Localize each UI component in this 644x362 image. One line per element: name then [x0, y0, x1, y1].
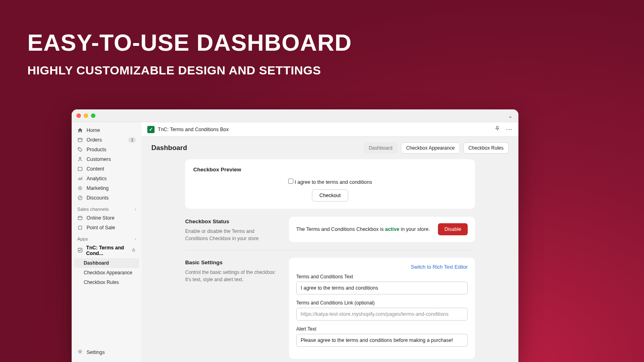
window-titlebar: ⌄ — [72, 109, 518, 122]
sales-channels-header[interactable]: Sales channels› — [72, 203, 142, 213]
sidebar-item-content[interactable]: Content — [72, 164, 142, 174]
sidebar: Home Orders3 Products Customers Content … — [72, 122, 142, 362]
sidebar-item-orders[interactable]: Orders3 — [72, 135, 142, 145]
pos-icon — [77, 225, 83, 230]
marketing-subtitle: HIGHLY CUSTOMIZABLE DESIGN AND SETTINGS — [27, 64, 321, 77]
svg-rect-3 — [78, 167, 82, 171]
sidebar-label: Products — [87, 147, 106, 152]
section-title: Checkbox Status — [185, 218, 278, 224]
basic-settings-card: Switch to Rich Text Editor Terms and Con… — [289, 258, 475, 359]
sidebar-label: Point of Sale — [87, 225, 115, 230]
marketing-title: EASY-TO-USE DASHBOARD — [27, 29, 352, 56]
tag-icon — [77, 147, 83, 152]
status-text: The Terms and Conditions Checkbox is act… — [296, 226, 430, 232]
analytics-icon — [77, 176, 83, 181]
sidebar-item-customers[interactable]: Customers — [72, 154, 142, 164]
home-icon — [77, 128, 83, 133]
sidebar-item-online-store[interactable]: Online Store — [72, 213, 142, 223]
orders-badge: 3 — [128, 137, 136, 143]
store-icon — [77, 215, 83, 221]
close-dot[interactable] — [76, 113, 81, 118]
sidebar-item-analytics[interactable]: Analytics — [72, 174, 142, 183]
sidebar-item-pos[interactable]: Point of Sale — [72, 223, 142, 232]
switch-editor-link[interactable]: Switch to Rich Text Editor — [296, 264, 468, 270]
sidebar-label: Orders — [87, 137, 102, 143]
svg-point-2 — [79, 157, 81, 159]
person-icon — [77, 156, 83, 162]
discount-icon — [77, 195, 83, 201]
preview-checkbox[interactable] — [288, 179, 293, 184]
subnav-checkbox-appearance[interactable]: Checkbox Appearance — [72, 268, 142, 278]
tab-dashboard[interactable]: Dashboard — [363, 142, 398, 154]
alert-text-input[interactable] — [296, 334, 468, 347]
chevron-down-icon[interactable]: ⌄ — [508, 113, 513, 119]
status-card: The Terms and Conditions Checkbox is act… — [289, 217, 475, 242]
sidebar-item-home[interactable]: Home — [72, 125, 142, 135]
field-label: Terms and Conditions Text — [296, 274, 468, 280]
sidebar-label: Content — [87, 166, 104, 172]
svg-point-10 — [79, 351, 81, 352]
orders-icon — [77, 137, 83, 143]
sidebar-label: Analytics — [87, 176, 107, 181]
more-icon[interactable]: ⋯ — [506, 125, 513, 133]
chevron-right-icon: › — [135, 237, 136, 241]
disable-button[interactable]: Disable — [438, 223, 468, 235]
tab-checkbox-rules[interactable]: Checkbox Rules — [463, 142, 509, 154]
apps-header[interactable]: Apps› — [72, 232, 142, 243]
subnav-checkbox-rules[interactable]: Checkbox Rules — [72, 278, 142, 287]
preview-checkbox-label: I agree to the terms and conditions — [295, 179, 372, 185]
page-header: Dashboard Dashboard Checkbox Appearance … — [142, 137, 518, 159]
svg-point-1 — [79, 148, 79, 149]
page-title: Dashboard — [151, 144, 187, 152]
sidebar-label: Online Store — [87, 215, 114, 221]
field-label: Alert Text — [296, 326, 468, 332]
section-desc: Enable or disable the Terms and Conditio… — [185, 228, 278, 242]
checkout-button[interactable]: Checkout — [312, 189, 349, 202]
sidebar-item-settings[interactable]: Settings — [72, 346, 142, 359]
sidebar-item-discounts[interactable]: Discounts — [72, 193, 142, 203]
preview-card: Checkbox Preview I agree to the terms an… — [185, 159, 475, 209]
sidebar-item-products[interactable]: Products — [72, 145, 142, 154]
sidebar-label: Customers — [87, 156, 111, 162]
tab-checkbox-appearance[interactable]: Checkbox Appearance — [401, 142, 460, 154]
sidebar-label: Marketing — [87, 185, 109, 191]
section-title: Basic Settings — [185, 259, 278, 265]
pin-icon[interactable] — [494, 125, 500, 133]
svg-rect-7 — [78, 217, 82, 220]
svg-point-5 — [80, 188, 81, 189]
app-topbar: TnC: Terms and Conditions Box ⋯ — [142, 122, 518, 137]
divider — [185, 250, 475, 251]
svg-rect-0 — [78, 138, 82, 142]
app-title: TnC: Terms and Conditions Box — [158, 127, 229, 132]
sidebar-item-marketing[interactable]: Marketing — [72, 183, 142, 193]
minimize-dot[interactable] — [84, 113, 88, 118]
gear-icon — [77, 349, 83, 356]
section-desc: Control the basic settings of the checkb… — [185, 269, 278, 283]
field-label: Terms and Conditions Link (optional) — [296, 300, 468, 306]
app-logo-icon — [147, 126, 155, 133]
sidebar-label: TnC: Terms and Cond... — [86, 245, 128, 256]
sidebar-app-item[interactable]: TnC: Terms and Cond... — [72, 243, 142, 258]
sidebar-label: Home — [87, 128, 100, 133]
sidebar-label: Discounts — [87, 195, 109, 201]
preview-checkbox-row[interactable]: I agree to the terms and conditions — [288, 179, 372, 185]
content-icon — [77, 166, 83, 172]
maximize-dot[interactable] — [91, 113, 95, 118]
chevron-right-icon: › — [135, 207, 136, 212]
svg-rect-8 — [78, 226, 82, 229]
sidebar-label: Settings — [87, 350, 105, 355]
card-title: Checkbox Preview — [193, 167, 467, 173]
app-window: ⌄ Home Orders3 Products Customers Conten… — [72, 109, 518, 362]
subnav-dashboard[interactable]: Dashboard — [74, 258, 139, 268]
target-icon — [77, 185, 83, 191]
checkbox-icon — [77, 247, 83, 254]
terms-text-input[interactable] — [296, 282, 468, 294]
terms-link-input[interactable] — [296, 308, 468, 321]
content-area: TnC: Terms and Conditions Box ⋯ Dashboar… — [142, 122, 518, 362]
pin-icon[interactable] — [131, 248, 136, 254]
